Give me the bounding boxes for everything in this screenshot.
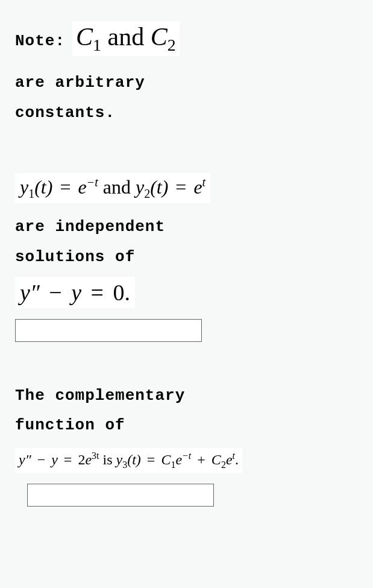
math-complementary-equation: y″ − y = 2e3t is y3(t) = C1e−t + C2et. <box>15 448 242 473</box>
independent-line-2: solutions of <box>15 242 358 272</box>
complementary-line-2: function of <box>15 411 358 440</box>
math-y1-y2-equation: y1(t) = e−t and y2(t) = et <box>15 173 210 203</box>
math-c1-c2: C1 and C2 <box>72 21 180 56</box>
note-line-1: Note: C1 and C2 <box>15 21 358 56</box>
note-block: Note: C1 and C2 are arbitrary constants. <box>15 21 358 128</box>
note-line-2: are arbitrary <box>15 68 358 98</box>
complementary-function-block: The complementary function of y″ − y = 2… <box>15 381 358 507</box>
answer-input-1[interactable] <box>15 319 202 342</box>
independent-solutions-block: y1(t) = e−t and y2(t) = et are independe… <box>15 173 358 342</box>
answer-input-2[interactable] <box>27 484 214 507</box>
note-label: Note: <box>15 32 65 50</box>
math-ode-homogeneous: y″ − y = 0. <box>15 277 135 308</box>
complementary-line-1: The complementary <box>15 381 358 411</box>
independent-line-1: are independent <box>15 212 358 242</box>
note-line-3: constants. <box>15 98 358 128</box>
